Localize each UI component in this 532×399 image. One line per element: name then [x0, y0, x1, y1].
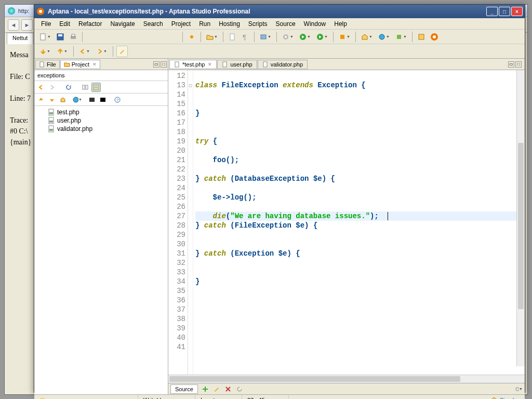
pilcrow-icon[interactable]: ¶	[240, 31, 251, 43]
browser-address: http:	[18, 8, 29, 14]
menu-window[interactable]: Window	[300, 19, 330, 29]
browser-tab[interactable]: Nettut	[7, 33, 33, 44]
svg-point-7	[190, 35, 193, 38]
open-resource-button[interactable]: ▼	[204, 31, 220, 43]
horizontal-scrollbar[interactable]	[168, 375, 525, 383]
statusbar: Writable Insert 27 : 45 Sign In	[34, 394, 525, 399]
expand-button[interactable]: ▼	[55, 46, 70, 57]
tree-item[interactable]: test.php	[37, 108, 165, 116]
home-icon[interactable]	[58, 95, 68, 104]
code-editor[interactable]: 1213141516171819202122232425262728293031…	[168, 70, 525, 375]
nav-forward-button[interactable]	[47, 83, 57, 92]
console-icon[interactable]	[98, 95, 108, 104]
svg-rect-17	[397, 35, 401, 39]
menu-help[interactable]: Help	[330, 19, 351, 29]
menu-source[interactable]: Source	[272, 19, 299, 29]
tree-item[interactable]: validator.php	[37, 125, 165, 133]
project-toolbar2: ▼ ?	[34, 94, 168, 106]
maximize-view-button[interactable]: □	[161, 61, 167, 68]
history-forward-button[interactable]: ▼	[94, 46, 110, 57]
globe-icon	[8, 7, 15, 15]
nav-back-button[interactable]	[36, 83, 46, 92]
editor-tab-label: user.php	[230, 61, 252, 68]
add-icon[interactable]	[201, 385, 209, 393]
down-button[interactable]	[47, 95, 57, 104]
refresh-button[interactable]	[64, 83, 73, 92]
pencil-icon[interactable]	[212, 385, 221, 393]
globe-icon[interactable]: ▼	[73, 95, 82, 104]
maximize-editor-button[interactable]: □	[515, 61, 522, 68]
external-tools-button[interactable]: ▼	[337, 31, 352, 43]
php-file-icon	[222, 61, 228, 68]
doc-icon[interactable]	[227, 31, 238, 43]
svg-rect-33	[49, 121, 53, 123]
link-editor-button[interactable]	[81, 83, 90, 92]
svg-rect-15	[340, 35, 344, 39]
run-button[interactable]: ▼	[297, 31, 313, 43]
menu-file[interactable]: File	[37, 19, 55, 29]
minimize-editor-button[interactable]: ▭	[508, 61, 514, 68]
save-button[interactable]	[55, 31, 66, 43]
project-sidebar: File Project ✕ ▭ □ exceptions	[34, 59, 168, 394]
svg-rect-4	[58, 34, 62, 36]
minimize-button[interactable]: _	[486, 7, 498, 16]
refresh-icon[interactable]	[235, 385, 244, 393]
close-icon[interactable]: ✕	[92, 62, 97, 67]
collapse-all-button[interactable]	[91, 83, 101, 92]
menu-project[interactable]: Project	[168, 19, 194, 29]
signin-link[interactable]: Sign In	[483, 396, 525, 400]
server-button[interactable]: ▼	[258, 31, 273, 43]
delete-icon[interactable]	[224, 385, 232, 393]
menu-refactor[interactable]: Refactor	[75, 19, 105, 29]
svg-rect-21	[40, 62, 44, 67]
close-icon[interactable]: ✕	[208, 62, 212, 67]
ide-titlebar: Aptana - local_test/exceptions/test.php …	[34, 5, 525, 18]
source-tab[interactable]: Source	[170, 384, 198, 394]
globe-button[interactable]: ▼	[376, 31, 392, 43]
help-icon[interactable]: ?	[113, 95, 122, 104]
editor-tab-test[interactable]: *test.php ✕	[169, 60, 217, 69]
ide-title: Aptana - local_test/exceptions/test.php …	[48, 8, 483, 15]
close-button[interactable]: ×	[511, 7, 523, 16]
forward-button[interactable]: ►	[21, 19, 33, 31]
aptana-perspective-icon[interactable]	[429, 31, 440, 43]
history-back-button[interactable]: ▼	[77, 46, 92, 57]
minimize-view-button[interactable]: ▭	[153, 61, 159, 68]
menu-scripts[interactable]: Scripts	[245, 19, 271, 29]
window-buttons: _ □ ×	[486, 7, 523, 16]
debug-step-icon[interactable]	[186, 31, 197, 43]
menu-navigate[interactable]: Navigate	[107, 19, 138, 29]
editor-tab-validator[interactable]: validator.php	[258, 60, 308, 69]
run-last-button[interactable]: ▼	[314, 31, 330, 43]
gear-icon[interactable]: ▼	[514, 385, 523, 393]
php-file-icon	[174, 61, 180, 68]
collapse-button[interactable]: ▼	[37, 46, 53, 57]
tree-item[interactable]: user.php	[37, 116, 165, 125]
back-button[interactable]: ◄	[8, 19, 19, 31]
sidebar-tab-project[interactable]: Project ✕	[60, 60, 100, 69]
code-content[interactable]: class FileException extends Exception {}…	[193, 70, 525, 375]
file-tree: test.php user.php validator.php	[34, 106, 168, 394]
maximize-button[interactable]: □	[499, 7, 510, 16]
editor-area: *test.php ✕ user.php validator.php ▭ □ 1…	[168, 59, 525, 394]
plugin-button[interactable]: ▼	[393, 31, 409, 43]
menu-run[interactable]: Run	[195, 19, 214, 29]
vertical-scrollbar[interactable]	[516, 70, 525, 366]
sidebar-tab-file[interactable]: File	[35, 60, 60, 69]
print-button[interactable]	[68, 31, 79, 43]
menu-edit[interactable]: Edit	[56, 19, 74, 29]
terminal-icon[interactable]	[87, 95, 97, 104]
menu-hosting[interactable]: Hosting	[215, 19, 244, 29]
perspective-button[interactable]	[416, 31, 427, 43]
home-button[interactable]: ▼	[359, 31, 375, 43]
php-file-icon	[48, 125, 55, 132]
scrollbar-thumb[interactable]	[518, 143, 524, 309]
editor-tab-user[interactable]: user.php	[217, 60, 257, 69]
scrollbar-thumb[interactable]	[169, 376, 460, 382]
new-button[interactable]: ▼	[37, 31, 53, 43]
pencil-icon[interactable]	[116, 46, 128, 57]
gear-button[interactable]: ▼	[280, 31, 296, 43]
svg-point-16	[379, 34, 384, 39]
up-button[interactable]	[36, 95, 46, 104]
menu-search[interactable]: Search	[140, 19, 167, 29]
